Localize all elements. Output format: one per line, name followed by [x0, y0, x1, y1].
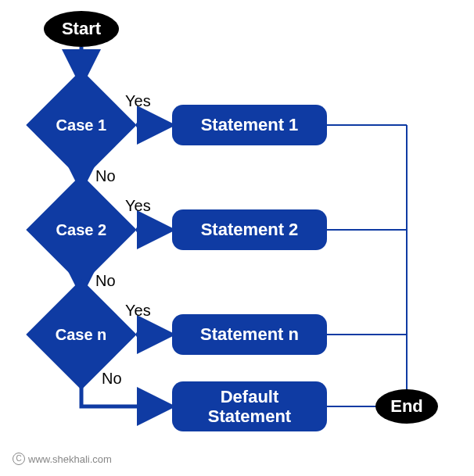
- process-statement-n-label: Statement n: [200, 324, 299, 345]
- yes-label-2: Yes: [125, 197, 151, 215]
- credit-url: www.shekhali.com: [28, 453, 112, 465]
- end-terminator: End: [375, 389, 438, 424]
- decision-case-n-label: Case n: [56, 326, 107, 344]
- credit-text: C www.shekhali.com: [13, 453, 112, 465]
- decision-case-2: Case 2: [26, 174, 136, 285]
- decision-case-2-label: Case 2: [56, 221, 107, 239]
- decision-case-1-label: Case 1: [56, 116, 107, 134]
- end-label: End: [390, 396, 423, 417]
- decision-case-1: Case 1: [26, 70, 136, 180]
- no-label-n: No: [102, 370, 122, 388]
- process-statement-1-label: Statement 1: [201, 115, 299, 135]
- process-statement-1: Statement 1: [172, 105, 327, 145]
- yes-label-1: Yes: [125, 92, 151, 110]
- start-terminator: Start: [44, 11, 119, 47]
- start-label: Start: [62, 19, 101, 39]
- process-default-statement-label: Default Statement: [208, 387, 291, 427]
- process-statement-2: Statement 2: [172, 209, 327, 250]
- flowchart-canvas: Start Case 1 Yes No Statement 1 Case 2 Y…: [0, 0, 474, 476]
- yes-label-n: Yes: [125, 302, 151, 320]
- no-label-2: No: [95, 272, 116, 290]
- process-statement-n: Statement n: [172, 314, 327, 355]
- process-default-statement: Default Statement: [172, 381, 327, 431]
- copyright-icon: C: [13, 453, 25, 465]
- no-label-1: No: [95, 167, 116, 185]
- process-statement-2-label: Statement 2: [201, 220, 299, 240]
